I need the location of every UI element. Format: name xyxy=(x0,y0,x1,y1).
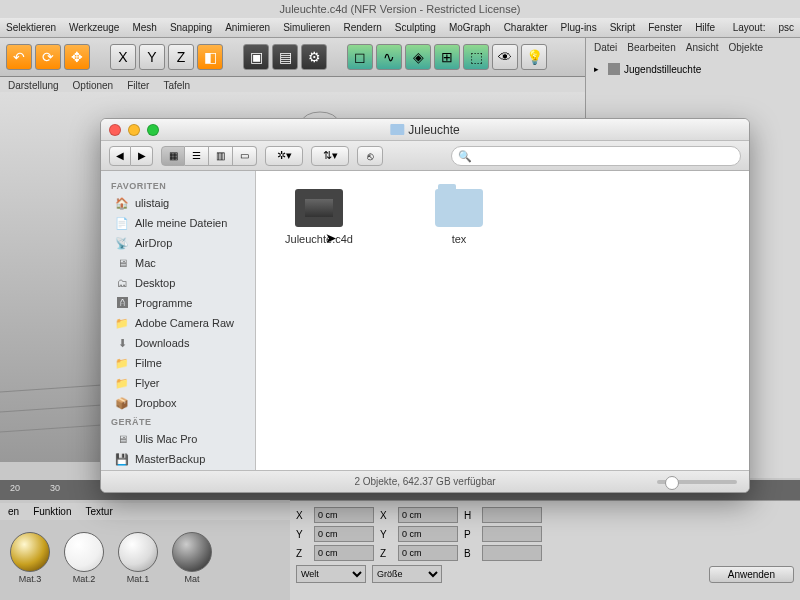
mat-tab-textur[interactable]: Textur xyxy=(85,506,112,517)
attr-y-size[interactable] xyxy=(398,526,458,542)
nurbs-icon[interactable]: ◈ xyxy=(405,44,431,70)
object-name: Jugendstilleuchte xyxy=(624,64,701,75)
y-axis-icon[interactable]: Y xyxy=(139,44,165,70)
spline-icon[interactable]: ∿ xyxy=(376,44,402,70)
menu-plugins[interactable]: Plug-ins xyxy=(561,22,597,33)
camera-icon[interactable]: 👁 xyxy=(492,44,518,70)
material-preview-icon xyxy=(118,532,158,572)
finder-window[interactable]: Juleuchte ◀ ▶ ▦ ☰ ▥ ▭ ✲▾ ⇅▾ ⎋ 🔍 FAVORITE… xyxy=(100,118,750,493)
attr-z-size[interactable] xyxy=(398,545,458,561)
attr-b-label: B xyxy=(464,548,476,559)
om-tab-bearbeiten[interactable]: Bearbeiten xyxy=(627,42,675,53)
folder-item[interactable]: tex xyxy=(414,189,504,245)
redo-icon[interactable]: ⟳ xyxy=(35,44,61,70)
sidebar-item-filme[interactable]: 📁Filme xyxy=(101,353,255,373)
file-item[interactable]: Juleuchte.c4d xyxy=(274,189,364,245)
sidebar-item-alle-meine-dateien[interactable]: 📄Alle meine Dateien xyxy=(101,213,255,233)
material-swatch[interactable]: Mat xyxy=(168,532,216,584)
menu-fenster[interactable]: Fenster xyxy=(648,22,682,33)
sidebar-item-downloads[interactable]: ⬇Downloads xyxy=(101,333,255,353)
zoom-icon[interactable] xyxy=(147,124,159,136)
back-button[interactable]: ◀ xyxy=(109,146,131,166)
array-icon[interactable]: ⊞ xyxy=(434,44,460,70)
attr-y-pos[interactable] xyxy=(314,526,374,542)
sidebar-item-flyer[interactable]: 📁Flyer xyxy=(101,373,255,393)
primitive-cube-icon[interactable]: ◻ xyxy=(347,44,373,70)
menu-hilfe[interactable]: Hilfe xyxy=(695,22,715,33)
mat-tab-funktion[interactable]: Funktion xyxy=(33,506,71,517)
finder-content[interactable]: Juleuchte.c4dtex xyxy=(256,171,749,470)
menu-sculpting[interactable]: Sculpting xyxy=(395,22,436,33)
z-axis-icon[interactable]: Z xyxy=(168,44,194,70)
sidebar-icon: ⬇ xyxy=(115,336,129,350)
list-view-button[interactable]: ☰ xyxy=(185,146,209,166)
tab-tafeln[interactable]: Tafeln xyxy=(163,80,190,91)
attr-b[interactable] xyxy=(482,545,542,561)
close-icon[interactable] xyxy=(109,124,121,136)
menu-rendern[interactable]: Rendern xyxy=(343,22,381,33)
render-region-icon[interactable]: ▤ xyxy=(272,44,298,70)
sidebar-item-mac[interactable]: 🖥Mac xyxy=(101,253,255,273)
action-menu-button[interactable]: ✲▾ xyxy=(265,146,303,166)
search-input[interactable] xyxy=(451,146,741,166)
attr-x-size[interactable] xyxy=(398,507,458,523)
sidebar-label: Dropbox xyxy=(135,397,177,409)
sidebar-device-ulis-mac-pro[interactable]: 🖥Ulis Mac Pro xyxy=(101,429,255,449)
minimize-icon[interactable] xyxy=(128,124,140,136)
move-icon[interactable]: ✥ xyxy=(64,44,90,70)
material-preview-icon xyxy=(172,532,212,572)
tab-darstellung[interactable]: Darstellung xyxy=(8,80,59,91)
sidebar-icon: 🅰 xyxy=(115,296,129,310)
sidebar-item-desktop[interactable]: 🗂Desktop xyxy=(101,273,255,293)
sidebar-item-ulistaig[interactable]: 🏠ulistaig xyxy=(101,193,255,213)
material-swatch[interactable]: Mat.2 xyxy=(60,532,108,584)
sidebar-device-masterbackup[interactable]: 💾MasterBackup xyxy=(101,449,255,469)
om-tab-datei[interactable]: Datei xyxy=(594,42,617,53)
icon-size-slider[interactable] xyxy=(657,480,737,484)
attr-z-pos[interactable] xyxy=(314,545,374,561)
menu-simulieren[interactable]: Simulieren xyxy=(283,22,330,33)
render-settings-icon[interactable]: ⚙ xyxy=(301,44,327,70)
finder-titlebar[interactable]: Juleuchte xyxy=(101,119,749,141)
material-swatch[interactable]: Mat.1 xyxy=(114,532,162,584)
sidebar-item-programme[interactable]: 🅰Programme xyxy=(101,293,255,313)
cube-tool-icon[interactable]: ◧ xyxy=(197,44,223,70)
tab-filter[interactable]: Filter xyxy=(127,80,149,91)
arrange-menu-button[interactable]: ⇅▾ xyxy=(311,146,349,166)
attr-p[interactable] xyxy=(482,526,542,542)
sidebar-item-airdrop[interactable]: 📡AirDrop xyxy=(101,233,255,253)
coverflow-view-button[interactable]: ▭ xyxy=(233,146,257,166)
om-tab-objekte[interactable]: Objekte xyxy=(729,42,763,53)
forward-button[interactable]: ▶ xyxy=(131,146,153,166)
material-swatch[interactable]: Mat.3 xyxy=(6,532,54,584)
column-view-button[interactable]: ▥ xyxy=(209,146,233,166)
deformer-icon[interactable]: ⬚ xyxy=(463,44,489,70)
coord-space-select[interactable]: Welt xyxy=(296,565,366,583)
mat-tab-en[interactable]: en xyxy=(8,506,19,517)
x-axis-icon[interactable]: X xyxy=(110,44,136,70)
expand-icon[interactable]: ▸ xyxy=(594,64,604,74)
icon-view-button[interactable]: ▦ xyxy=(161,146,185,166)
om-tab-ansicht[interactable]: Ansicht xyxy=(686,42,719,53)
attr-h[interactable] xyxy=(482,507,542,523)
menu-werkzeuge[interactable]: Werkzeuge xyxy=(69,22,119,33)
object-row[interactable]: ▸ Jugendstilleuchte xyxy=(594,63,792,75)
menu-animieren[interactable]: Animieren xyxy=(225,22,270,33)
share-button[interactable]: ⎋ xyxy=(357,146,383,166)
menu-selektieren[interactable]: Selektieren xyxy=(6,22,56,33)
tab-optionen[interactable]: Optionen xyxy=(73,80,114,91)
undo-icon[interactable]: ↶ xyxy=(6,44,32,70)
menu-snapping[interactable]: Snapping xyxy=(170,22,212,33)
light-icon[interactable]: 💡 xyxy=(521,44,547,70)
menu-mograph[interactable]: MoGraph xyxy=(449,22,491,33)
sidebar-item-adobe-camera-raw[interactable]: 📁Adobe Camera Raw xyxy=(101,313,255,333)
menu-skript[interactable]: Skript xyxy=(610,22,636,33)
menu-charakter[interactable]: Charakter xyxy=(504,22,548,33)
sidebar-item-dropbox[interactable]: 📦Dropbox xyxy=(101,393,255,413)
apply-button[interactable]: Anwenden xyxy=(709,566,794,583)
attr-x-pos[interactable] xyxy=(314,507,374,523)
render-frame-icon[interactable]: ▣ xyxy=(243,44,269,70)
layout-value[interactable]: psc xyxy=(778,22,794,33)
menu-mesh[interactable]: Mesh xyxy=(132,22,156,33)
size-mode-select[interactable]: Größe xyxy=(372,565,442,583)
